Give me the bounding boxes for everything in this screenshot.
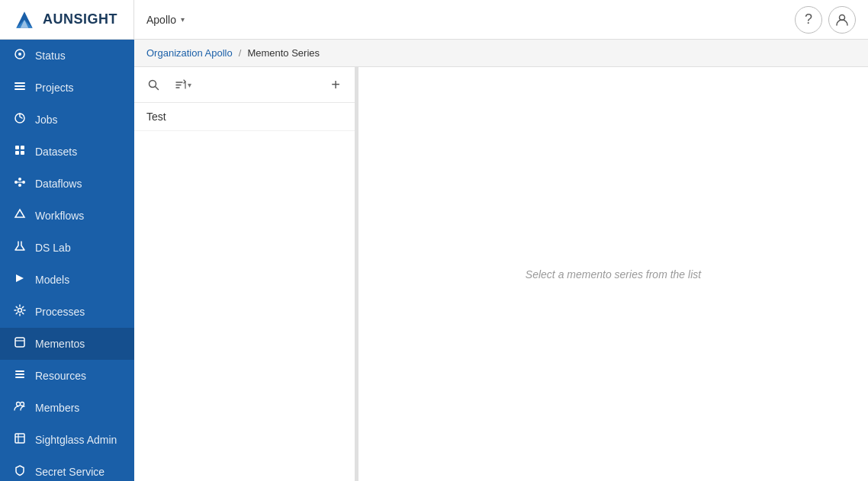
svg-point-14 [14,181,18,184]
logo-text: AUNSIGHT [43,11,117,27]
sidebar-item-workflows[interactable]: Workflows [0,200,134,232]
sidebar-item-datasets[interactable]: Datasets [0,136,134,168]
secret-service-icon [12,464,27,479]
sidebar-item-label: Members [35,402,79,414]
org-selector[interactable]: Apollo ▾ [146,14,185,26]
empty-state-message: Select a memento series from the list [526,268,701,281]
sidebar-item-members[interactable]: Members [0,392,134,424]
svg-rect-8 [14,88,25,90]
sidebar-item-label: Datasets [35,146,77,158]
processes-icon [12,304,27,319]
svg-rect-29 [15,434,24,443]
svg-point-17 [22,181,25,184]
sidebar-item-processes[interactable]: Processes [0,296,134,328]
topbar: AUNSIGHT Apollo ▾ ? [0,0,868,40]
svg-point-15 [18,178,21,181]
svg-rect-10 [15,146,19,149]
sidebar-item-models[interactable]: Models [0,264,134,296]
topbar-actions: ? [783,6,868,34]
sidebar-item-label: DS Lab [35,242,71,254]
svg-rect-13 [21,151,24,155]
org-name: Apollo [146,14,176,26]
add-button[interactable]: + [324,73,347,96]
sidebar-item-secret-service[interactable]: Secret Service [0,456,134,481]
dataflows-icon [12,176,27,191]
svg-rect-12 [15,151,19,155]
svg-rect-25 [15,374,24,375]
sidebar-item-label: Status [35,50,66,62]
datasets-icon [12,144,27,159]
jobs-icon [12,112,27,127]
breadcrumb-current: Memento Series [247,47,320,59]
svg-rect-26 [15,377,24,378]
sidebar-item-label: Dataflows [35,178,82,190]
svg-point-21 [18,309,22,313]
svg-rect-7 [14,85,25,87]
sidebar-item-projects[interactable]: Projects [0,72,134,104]
sidebar-item-ds-lab[interactable]: DS Lab [0,232,134,264]
workflows-icon [12,208,27,223]
logo: AUNSIGHT [0,0,134,39]
svg-marker-20 [16,274,24,282]
mementos-icon [12,336,27,351]
status-icon [12,48,27,63]
sort-button[interactable]: ▾ [169,73,197,96]
projects-icon [12,80,27,95]
main-layout: StatusProjectsJobsDatasetsDataflowsWorkf… [0,40,868,481]
search-button[interactable] [142,73,165,96]
user-icon [835,13,849,27]
chevron-down-icon: ▾ [181,15,185,24]
list-item[interactable]: Test [134,103,355,131]
sidebar-item-status[interactable]: Status [0,40,134,72]
sort-icon [175,79,186,91]
sidebar-item-label: Workflows [35,210,84,222]
breadcrumb-separator: / [239,47,242,59]
sidebar-item-label: Jobs [35,114,58,126]
sidebar-item-dataflows[interactable]: Dataflows [0,168,134,200]
sidebar-item-sightglass-admin[interactable]: Sightglass Admin [0,424,134,456]
sidebar-item-mementos[interactable]: Mementos [0,328,134,360]
resources-icon [12,368,27,383]
svg-rect-11 [21,146,24,149]
sidebar-item-label: Resources [35,370,86,382]
search-icon [148,79,159,91]
svg-point-5 [18,53,21,56]
svg-point-28 [21,402,24,406]
aunsight-logo-icon [12,8,37,32]
svg-rect-6 [14,82,25,84]
help-button[interactable]: ? [795,6,822,34]
user-profile-button[interactable] [828,6,856,34]
svg-point-16 [18,184,21,187]
sidebar-item-jobs[interactable]: Jobs [0,104,134,136]
sightglass-admin-icon [12,432,27,447]
sidebar-item-label: Projects [35,82,74,94]
members-icon [12,400,27,415]
sidebar: StatusProjectsJobsDatasetsDataflowsWorkf… [0,40,134,481]
sidebar-item-label: Processes [35,306,85,318]
svg-line-38 [155,86,158,89]
svg-point-27 [17,402,21,406]
sidebar-item-label: Mementos [35,338,85,350]
list-panel: ▾ + Test [134,67,355,481]
svg-rect-24 [15,370,24,372]
ds-lab-icon [12,240,27,255]
sidebar-item-label: Secret Service [35,466,104,478]
content-area: ▾ + Test Select a memento series from th… [134,67,868,481]
svg-rect-22 [15,338,24,347]
breadcrumb-org-link[interactable]: Organization Apollo [146,47,233,59]
list-toolbar: ▾ + [134,67,355,103]
sidebar-item-resources[interactable]: Resources [0,360,134,392]
sidebar-item-label: Models [35,274,69,286]
org-selector-area: Apollo ▾ [134,14,783,26]
sort-chevron-icon: ▾ [188,81,191,89]
svg-marker-19 [15,210,24,217]
breadcrumb: Organization Apollo / Memento Series [134,40,868,67]
sidebar-item-label: Sightglass Admin [35,434,117,446]
list-items: Test [134,103,355,481]
detail-panel: Select a memento series from the list [358,67,868,481]
models-icon [12,272,27,287]
